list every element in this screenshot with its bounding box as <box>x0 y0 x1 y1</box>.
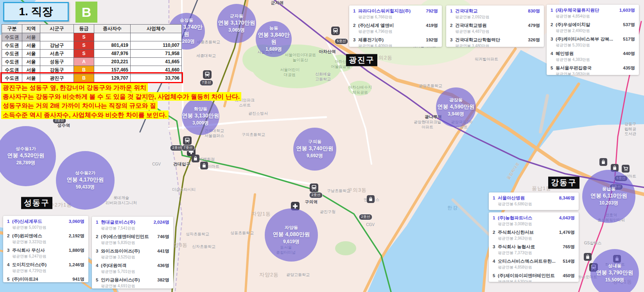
cell-region_type: 수도권 <box>2 50 22 58</box>
rank-number: 5 <box>7 277 12 281</box>
company-name: 건국대학교병원 <box>455 23 526 28</box>
employee-count: 192명 <box>426 37 438 43</box>
column-header: 사업체수 <box>131 25 182 33</box>
company-row[interactable]: 2(주)신세계 엘앤비419명 <box>353 23 438 28</box>
company-row[interactable]: 1(주)신세계푸드3,060명 <box>7 219 84 224</box>
employee-count: 8,346명 <box>559 195 575 201</box>
avg-salary: 평균연봉 5,701만원 <box>101 269 169 274</box>
analysis-note: 종사자구는 강동구와 비슷하게 볼 수 도 있을 것 같지만, 사업체수가 월등… <box>1 92 241 101</box>
employee-count: 1,603명 <box>619 7 635 13</box>
company-name: 와이즈와이어즈(주) <box>101 248 155 254</box>
company-row[interactable]: 3(주)케이티서비스북부 강북...517명 <box>551 36 635 42</box>
cell-businesses: 71,958 <box>131 50 182 58</box>
cell-district: 강남구 <box>40 41 74 50</box>
cell-region: 서울 <box>22 41 40 50</box>
company-row[interactable]: 3주식회사 농협사료765명 <box>493 244 575 250</box>
company-row[interactable]: 3와이즈와이어즈(주)441명 <box>96 248 169 254</box>
employee-count: 4,043명 <box>559 215 575 221</box>
employee-count: 1,880명 <box>69 247 84 253</box>
rank-number: 2 <box>7 233 12 238</box>
company-rank-card: 1현대글로비스(주)2,024명평균연봉 7,541만원2(주)에스엠엔터테인먼… <box>92 217 173 288</box>
company-row[interactable]: 1현대글로비스(주)2,024명 <box>96 219 169 225</box>
company-row[interactable]: 1(재)우체국물류지원단1,603명 <box>551 7 635 13</box>
company-row[interactable]: 1(주)농협파트너스4,043명 <box>493 215 575 221</box>
cell-region_type: 수도권 <box>2 58 22 66</box>
employee-count: 479명 <box>528 23 540 28</box>
employee-count: 382명 <box>157 277 169 283</box>
employee-count: 1,246명 <box>69 262 84 268</box>
company-name: 주식회사 농협사료 <box>498 244 560 250</box>
company-row[interactable]: 5인카금융서비스(주)382명 <box>96 277 169 283</box>
company-name: (주)이마트24 <box>12 276 70 282</box>
company-name: 동서울우편집중국 <box>556 65 621 71</box>
employee-count: 436명 <box>157 263 169 269</box>
employee-count: 441명 <box>157 248 169 254</box>
company-rank-card: 1서울아산병원8,346명평균연봉 6,686만원 <box>489 192 579 210</box>
company-row[interactable]: 2(주)윈피앤에스2,192명 <box>7 233 84 239</box>
analysis-note: 소득수준 역시 종사자수, 사업체수와 비슷한 차이를 보인다. <box>1 110 169 119</box>
avg-salary: 평균연봉 6,686만원 <box>498 201 575 207</box>
cell-businesses <box>131 33 182 41</box>
company-row[interactable]: 4(주)대원여객436명 <box>96 263 169 269</box>
avg-salary: 평균연봉 3,323만원 <box>12 239 84 245</box>
employee-count: 1,476명 <box>559 230 575 235</box>
avg-salary: 평균연봉 5,007만원 <box>12 225 84 230</box>
avg-salary: 평균연봉 4,858만원 <box>498 265 575 270</box>
rank-number: 3 <box>551 37 556 41</box>
table-row: 수도권서울서초구S487,97671,958 <box>2 50 182 58</box>
cell-district <box>40 33 74 41</box>
employee-count: 517명 <box>623 36 635 42</box>
highlight-frame <box>0 72 183 83</box>
company-name: 주식회사 무신사 <box>12 247 66 253</box>
company-name: 건국대학교 <box>455 8 526 14</box>
company-row[interactable]: 5(주)이마트24941명 <box>7 276 84 282</box>
company-name: (주)신세계푸드 <box>12 219 66 224</box>
cell-district: 성동구 <box>40 58 74 66</box>
company-row[interactable]: 3주식회사 무신사1,880명 <box>7 247 84 253</box>
company-row[interactable]: 2(주)우성에이치알537명 <box>551 22 635 28</box>
company-name: (주)우성에이치알 <box>556 22 621 28</box>
employee-count: 941명 <box>72 276 84 282</box>
cell-grade: S <box>74 41 94 50</box>
company-name: (주)농협파트너스 <box>498 215 557 221</box>
rank-number: 5 <box>493 273 498 278</box>
company-row[interactable]: 4혜민병원440명 <box>551 51 635 57</box>
employee-count: 440명 <box>623 51 635 57</box>
rank-number: 1 <box>96 220 101 224</box>
employee-count: 2,024명 <box>154 219 169 225</box>
company-row[interactable]: 3제룡전기(주)192명 <box>353 37 438 43</box>
rank-number: 1 <box>551 8 556 12</box>
company-name: (주)대원여객 <box>101 263 155 269</box>
company-name: 현대글로비스(주) <box>101 219 151 225</box>
company-row[interactable]: 4도이치모터스(주)1,246명 <box>7 262 84 268</box>
column-header: 종사자수 <box>94 25 131 33</box>
company-row[interactable]: 1건국대학교830명 <box>450 8 540 14</box>
company-row[interactable]: 1서울아산병원8,346명 <box>493 195 575 201</box>
avg-salary: 평균연봉 7,373만원 <box>498 250 575 256</box>
employee-count: 326명 <box>528 37 540 43</box>
rank-number: 2 <box>551 22 556 27</box>
company-rank-card: 1(재)우체국물류지원단1,603명평균연봉 4,854만원2(주)우성에이치알… <box>547 5 639 75</box>
company-row[interactable]: 2주식회사신한서브1,476명 <box>493 230 575 235</box>
employee-count: 3,060명 <box>69 219 84 224</box>
company-row[interactable]: 2건국대학교병원479명 <box>450 23 540 28</box>
rank-number: 1 <box>493 196 498 200</box>
employee-count: 830명 <box>528 8 540 14</box>
company-name: 오티스서비스엑스퍼트유한... <box>498 258 560 264</box>
avg-salary: 평균연봉 3,008만원 <box>498 221 575 227</box>
cell-grade: S <box>74 33 94 41</box>
table-row: 수도권서울S <box>2 33 182 41</box>
rank-number: 5 <box>96 278 101 282</box>
rank-number: 1 <box>353 9 358 13</box>
rank-number: 3 <box>96 249 101 253</box>
avg-salary: 평균연봉 5,835만원 <box>101 240 169 246</box>
company-row[interactable]: 5(주)제이와이피엔터테인먼트450명 <box>493 273 575 279</box>
company-name: (재)우체국물류지원단 <box>556 7 617 13</box>
company-row[interactable]: 2(주)에스엠엔터테인먼트746명 <box>96 234 169 240</box>
cell-workers <box>94 33 131 41</box>
company-row[interactable]: 1파라다이스워커힐지점(주)792명 <box>353 8 438 14</box>
company-name: 서울아산병원 <box>498 195 557 201</box>
company-row[interactable]: 3건국대학교산학협력단326명 <box>450 37 540 43</box>
company-row[interactable]: 5동서울우편집중국435명 <box>551 65 635 71</box>
company-row[interactable]: 4오티스서비스엑스퍼트유한...514명 <box>493 258 575 264</box>
